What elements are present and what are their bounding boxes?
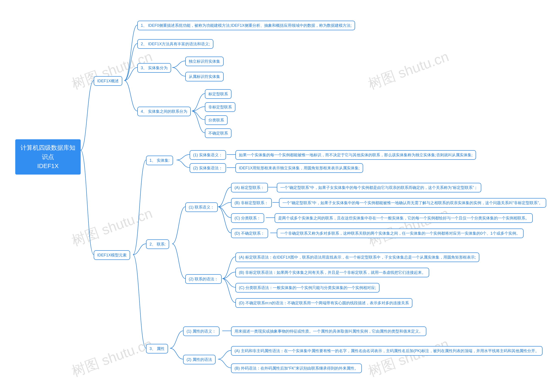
- model-e3-title: 3、 属性: [146, 344, 168, 353]
- watermark: 树图 shutu.cn: [366, 204, 451, 250]
- model-e2-syn-label: (2) 联系的语法：: [185, 274, 222, 284]
- model-e1-syn-text: IDEF1X用矩形框来表示独立实体集，用圆角矩形框来表示从属实体集;: [235, 163, 363, 173]
- model-e2-syn-a-text: (A) 标定联系语法：在IDEF1X图中，联系的语法用直线表示，在一个标定型联系…: [235, 252, 479, 262]
- model-e1-title: 1、 实体集:: [146, 156, 173, 165]
- overview-p3-b: 从属标识符实体集: [185, 72, 224, 81]
- model-e2-syn-d-text: (D) 不确定联系m:n的语法：不确定联系用一个两端带有实心圆的线段描述，表示多…: [235, 298, 412, 308]
- overview-p1: 1、 IDEF0侧重描述系统功能，被称为功能建模方法;IDEF1X侧重分析、抽象…: [137, 21, 355, 30]
- model-e3-syn-b-text: (B) 外码语法：在外码属性后加“FK”来识别由联系继承得到的外来属性。: [231, 364, 362, 373]
- model-e2-sem-b-label: (B) 非标定型联系：: [231, 198, 272, 208]
- model-e2-sem-b-text: 一个“确定型联系”中，如果子女实体集中的每一个实例都能被惟一地确认而无需了解与之…: [279, 198, 546, 208]
- model-e2-syn-b-text: (B) 非标定联系语法：如果两个实体集之间有关系，并且是一个非标定联系，就用一条…: [235, 268, 429, 277]
- model-e2-syn-c-text: (C) 分类联系语法：一般实体集的一个实例只能与分类实体集的一个实例相对应;: [235, 283, 379, 292]
- overview-p2: 2、 IDEF1X方法具有丰富的语法和语义;: [137, 39, 213, 49]
- overview-p3-title: 3、 实体集分为: [137, 63, 171, 73]
- model-e2-sem-c-text: 是两个或多个实体集之间的联系，且在这些实体集中存在一个一般实体集，它的每一个实例…: [275, 213, 533, 223]
- overview-p4-d: 不确定联系: [205, 128, 231, 138]
- model-e3-sem-text: 用来描述一类现实或抽象事物的特征或性质。一个属性的具体取值叫属性实例，它由属性的…: [231, 326, 426, 336]
- root-node: 计算机四级数据库知识点IDEF1X: [15, 139, 81, 175]
- model-title: IDEF1X模型元素: [94, 250, 130, 260]
- overview-p4-title: 4、 实体集之间的联系分为: [137, 107, 191, 116]
- model-e3-syn-a-text: (A) 主码和非主码属性语法：在一个实体集中属性要有惟一的名字，属性名由名词表示…: [231, 346, 542, 356]
- overview-p4-c: 分类联系: [205, 115, 227, 125]
- model-e2-title: 2、 联系:: [146, 239, 169, 249]
- model-e2-sem-a-label: (A) 标定型联系：: [231, 183, 268, 192]
- model-e3-sem-label: (1) 属性的语义：: [183, 326, 219, 336]
- watermark: 树图 shutu.cn: [366, 334, 451, 381]
- watermark: 树图 shutu.cn: [366, 47, 451, 94]
- model-e2-sem-c-label: (C) 分类联系：: [231, 213, 264, 223]
- model-e1-sem-label: (1) 实体集语义：: [190, 150, 226, 160]
- watermark: 树图 shutu.cn: [69, 204, 155, 250]
- overview-title: IDEF1X概述: [94, 76, 122, 86]
- model-e3-syn-label: (2) 属性的语法: [183, 355, 216, 364]
- model-e1-sem-text: 如果一个实体集的每一个实例都能被惟一地标识，而不决定于它与其他实体的联系，那么该…: [235, 150, 476, 160]
- overview-p4-a: 标定型联系: [205, 89, 231, 99]
- overview-p4-b: 非标定型联系: [205, 102, 235, 112]
- model-e1-syn-label: (2) 实体集语法：: [190, 163, 226, 173]
- overview-p3-a: 独立标识符实体集: [185, 57, 224, 66]
- watermark: 树图 shutu.cn: [69, 334, 155, 381]
- model-e2-sem-a-text: 一个“确定型联系”中，如果子女实体集中的每个实例都是由它与双亲的联系而确定的，这…: [277, 183, 481, 192]
- model-e2-sem-d-label: (D) 不确定联系：: [231, 229, 268, 238]
- model-e2-sem-label: (1) 联系语义：: [185, 202, 218, 212]
- model-e2-sem-d-text: 一个非确定联系又称为多对多联系，这种联系关联的两个实体集之间，任一实体集的一个实…: [277, 229, 523, 238]
